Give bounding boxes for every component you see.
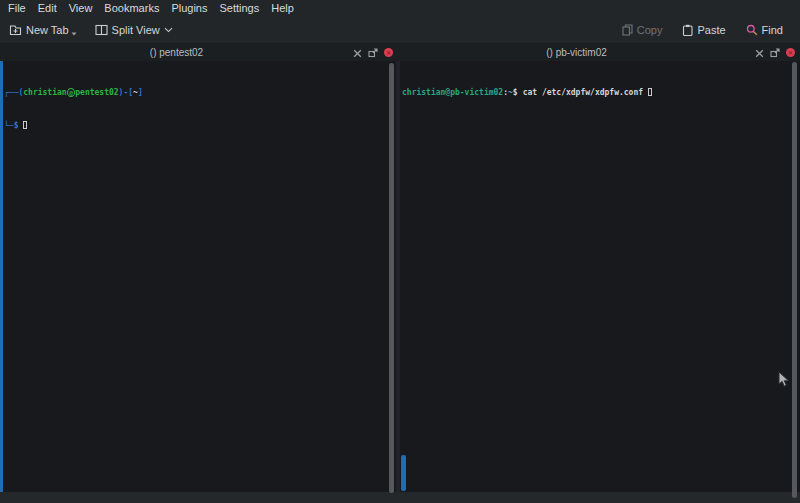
close-view-button[interactable]: ✕ bbox=[384, 48, 393, 57]
paste-label: Paste bbox=[697, 24, 725, 36]
prompt-frame-close: ] bbox=[138, 88, 143, 97]
prompt-frame-open: ┌──( bbox=[4, 88, 23, 97]
terminal-left[interactable]: ┌──(christian@pentest02)-[~] └─$ bbox=[4, 65, 143, 153]
detach-view-icon[interactable] bbox=[770, 44, 780, 62]
copy-button[interactable]: Copy bbox=[617, 21, 668, 39]
menu-plugins[interactable]: Plugins bbox=[165, 1, 213, 15]
close-view-button[interactable]: ✕ bbox=[786, 48, 795, 57]
search-icon bbox=[746, 24, 758, 36]
terminal-right[interactable]: christian@pb-victim02:~$cat /etc/xdpfw/x… bbox=[402, 65, 652, 120]
new-tab-icon bbox=[9, 23, 22, 36]
menu-settings[interactable]: Settings bbox=[213, 1, 265, 15]
menubar: File Edit View Bookmarks Plugins Setting… bbox=[0, 0, 800, 16]
find-label: Find bbox=[762, 24, 783, 36]
menu-bookmarks[interactable]: Bookmarks bbox=[98, 1, 165, 15]
prompt-line-2: └─$ bbox=[4, 120, 143, 131]
terminal-cursor bbox=[648, 88, 652, 96]
new-tab-dropdown-caret bbox=[71, 32, 77, 36]
terminal-cursor bbox=[23, 121, 27, 129]
prompt-line-1: ┌──(christian@pentest02)-[~] bbox=[4, 87, 143, 98]
prompt-user-host: christian@pb-victim02 bbox=[402, 88, 503, 97]
pane-header-left: () pentest02 ✕ bbox=[0, 44, 398, 61]
prompt-frame-dollar: └─$ bbox=[4, 121, 18, 130]
pane-title-right: () pb-victim02 bbox=[398, 47, 755, 58]
maximize-view-icon[interactable] bbox=[353, 44, 362, 62]
scroll-highlight-indicator-left bbox=[0, 61, 3, 492]
kali-at-icon: @ bbox=[67, 88, 75, 97]
toolbar: New Tab Split View bbox=[0, 16, 800, 44]
pane-title-left: () pentest02 bbox=[0, 47, 353, 58]
prompt-line: christian@pb-victim02:~$cat /etc/xdpfw/x… bbox=[402, 87, 652, 98]
detach-view-icon[interactable] bbox=[368, 44, 378, 62]
pane-header-bar: () pentest02 ✕ () pb-victim02 bbox=[0, 44, 800, 61]
konsole-window: File Edit View Bookmarks Plugins Setting… bbox=[0, 0, 800, 503]
command-text: cat /etc/xdpfw/xdpfw.conf bbox=[523, 88, 643, 97]
menu-help[interactable]: Help bbox=[265, 1, 300, 15]
menu-view[interactable]: View bbox=[63, 1, 99, 15]
prompt-frame-mid: )-[ bbox=[119, 88, 133, 97]
pane-header-right: () pb-victim02 ✕ bbox=[398, 44, 800, 61]
copy-label: Copy bbox=[637, 24, 663, 36]
split-view-label: Split View bbox=[112, 24, 160, 36]
paste-icon bbox=[682, 24, 693, 36]
copy-icon bbox=[622, 24, 633, 36]
new-tab-button[interactable]: New Tab bbox=[4, 20, 82, 39]
menu-edit[interactable]: Edit bbox=[32, 1, 63, 15]
maximize-view-icon[interactable] bbox=[755, 44, 764, 62]
chevron-down-icon bbox=[164, 27, 173, 33]
right-pane-scrollbar[interactable] bbox=[792, 62, 797, 498]
new-tab-label: New Tab bbox=[26, 24, 69, 36]
scroll-highlight-indicator-right bbox=[401, 455, 406, 491]
find-button[interactable]: Find bbox=[741, 21, 788, 39]
left-pane-scrollbar[interactable] bbox=[389, 63, 394, 493]
mouse-cursor bbox=[778, 371, 791, 392]
prompt-dollar: $ bbox=[513, 88, 518, 97]
prompt-user: christian bbox=[23, 88, 66, 97]
menu-file[interactable]: File bbox=[2, 1, 32, 15]
pane-splitter[interactable] bbox=[396, 61, 400, 492]
split-view-icon bbox=[95, 24, 108, 36]
split-view-button[interactable]: Split View bbox=[90, 21, 178, 39]
paste-button[interactable]: Paste bbox=[677, 21, 730, 39]
prompt-host: pentest02 bbox=[75, 88, 118, 97]
